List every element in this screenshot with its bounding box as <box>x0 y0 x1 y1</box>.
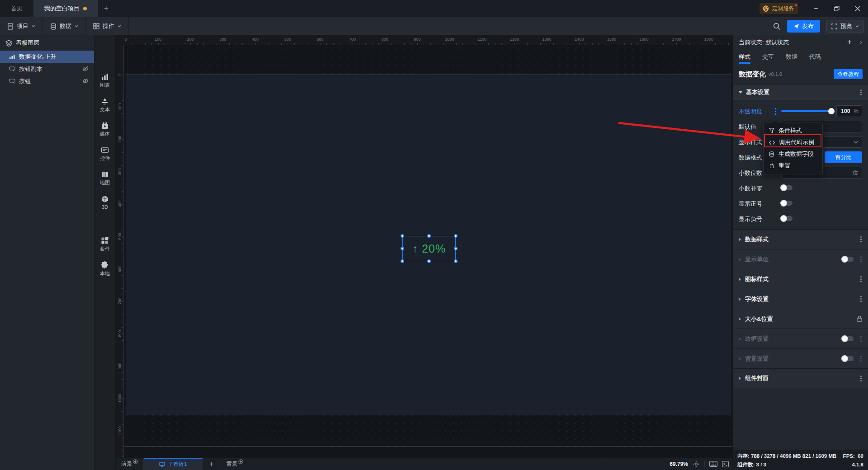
new-tab-button[interactable]: + <box>98 0 115 17</box>
maximize-button[interactable] <box>826 0 847 17</box>
ruler-left-label: 1000 <box>118 394 122 403</box>
section-basic-settings[interactable]: 基本设置 <box>733 84 868 100</box>
view-tutorial-button[interactable]: 查看教程 <box>834 69 863 79</box>
section-data-style[interactable]: 数据样式 <box>733 229 868 249</box>
section-more-icon[interactable] <box>860 255 862 263</box>
asset-category-media[interactable]: 媒体 <box>94 122 115 137</box>
section-more-icon[interactable] <box>860 235 862 243</box>
ruler-left-label: 600 <box>118 265 122 272</box>
border-toggle[interactable] <box>842 336 854 341</box>
asset-category-3d[interactable]: 3D <box>94 195 115 210</box>
minimize-button[interactable] <box>806 0 826 17</box>
section-border-settings[interactable]: 边框设置 <box>733 329 868 348</box>
ruler-left-label: 0 <box>118 73 122 75</box>
resize-handle-sw[interactable] <box>401 259 404 263</box>
tab-style[interactable]: 样式 <box>739 50 750 64</box>
opacity-slider[interactable] <box>781 110 834 112</box>
section-icon-style[interactable]: 图标样式 <box>733 269 868 289</box>
tab-home[interactable]: 首页 <box>0 0 33 17</box>
tab-sub-board-1[interactable]: 子看板1 <box>144 458 203 470</box>
section-background-settings[interactable]: 背景设置 <box>733 348 868 368</box>
resize-handle-n[interactable] <box>427 234 431 238</box>
ruler-top-label: 1100 <box>478 37 486 42</box>
slider-thumb[interactable] <box>828 108 835 114</box>
tab-interaction[interactable]: 交互 <box>762 50 774 64</box>
background-toggle[interactable] <box>842 356 854 361</box>
decimal-places-unit: 位 <box>853 169 858 177</box>
section-size-position[interactable]: 大小&位置 <box>733 309 868 329</box>
tab-code[interactable]: 代码 <box>809 50 821 64</box>
show-plus-toggle[interactable] <box>781 201 793 206</box>
opacity-row: 不透明度 100 % <box>733 103 868 119</box>
menu-data-label: 数据 <box>60 22 71 30</box>
console-icon[interactable] <box>722 461 729 467</box>
menu-item-code-example[interactable]: 调用代码示例 <box>764 136 822 148</box>
menu-item-generate-field[interactable]: 生成数据字段 <box>764 148 822 160</box>
publish-button[interactable]: 发布 <box>787 20 820 33</box>
asset-category-kits[interactable]: 套件 <box>94 237 115 252</box>
section-display-unit[interactable]: 显示单位 <box>733 249 868 269</box>
menu-item-reset[interactable]: 重置 <box>764 160 822 172</box>
format-percent-button[interactable]: 百分比 <box>825 151 862 163</box>
ruler-top: 0100200300400500600700800900100011001200… <box>124 35 732 45</box>
keyboard-icon[interactable] <box>709 461 717 467</box>
menu-operations[interactable]: 操作 <box>86 17 129 35</box>
asset-category-controls[interactable]: 控件 <box>94 146 115 162</box>
resize-handle-se[interactable] <box>454 259 458 263</box>
opacity-options-button[interactable] <box>772 106 779 117</box>
fit-screen-icon[interactable] <box>693 461 700 468</box>
restore-icon <box>834 6 840 11</box>
section-more-icon[interactable] <box>860 355 862 362</box>
ruler-top-label: 700 <box>349 37 356 42</box>
visibility-off-icon[interactable] <box>82 66 89 72</box>
section-font-settings[interactable]: 字体设置 <box>733 289 868 309</box>
section-more-icon[interactable] <box>860 275 862 283</box>
resize-handle-ne[interactable] <box>454 234 458 238</box>
background-button[interactable]: 背景 <box>221 458 249 470</box>
show-minus-toggle[interactable] <box>781 216 793 221</box>
tab-current-project[interactable]: 我的空白项目 <box>33 0 98 17</box>
lock-icon[interactable] <box>857 315 862 322</box>
asset-category-label: 媒体 <box>94 131 115 137</box>
menu-item-condition-style[interactable]: 条件样式 <box>764 125 822 136</box>
preview-button[interactable]: 预览 <box>826 20 864 33</box>
display-unit-toggle[interactable] <box>842 257 854 262</box>
asset-category-text[interactable]: 文本 <box>94 98 115 113</box>
layer-item-data-change[interactable]: 数据变化-上升 <box>0 51 94 63</box>
preview-label: 预览 <box>840 22 852 30</box>
expand-states-icon[interactable]: › <box>860 38 862 46</box>
menu-project[interactable]: 项目 <box>0 17 43 35</box>
add-state-button[interactable]: + <box>847 38 852 47</box>
add-board-button[interactable]: + <box>203 458 221 470</box>
selected-widget-data-change[interactable]: ↑ 20% <box>402 236 456 261</box>
custom-service-button[interactable]: 定制服务 <box>760 3 798 14</box>
close-button[interactable] <box>847 0 868 17</box>
resize-handle-s[interactable] <box>427 259 431 263</box>
layer-item-button[interactable]: 按钮 <box>0 75 94 87</box>
resize-handle-e[interactable] <box>454 247 458 250</box>
visibility-off-icon[interactable] <box>82 78 89 84</box>
show-minus-row: 显示负号 <box>733 211 868 226</box>
widget-value-text: ↑ 20% <box>412 242 446 255</box>
cube-3d-icon <box>101 195 109 203</box>
asset-category-local[interactable]: 本地 <box>94 261 115 277</box>
layer-item-button-copy[interactable]: 按钮副本 <box>0 63 94 75</box>
section-more-icon[interactable] <box>860 89 862 96</box>
section-more-icon[interactable] <box>860 335 862 343</box>
resize-handle-w[interactable] <box>401 247 404 250</box>
fullscreen-frame-icon <box>831 24 837 29</box>
foreground-button[interactable]: 前景 <box>116 458 143 470</box>
section-more-icon[interactable] <box>860 295 862 303</box>
search-icon[interactable] <box>773 23 781 30</box>
resize-handle-nw[interactable] <box>401 234 404 238</box>
section-more-icon[interactable] <box>860 375 862 382</box>
tab-data[interactable]: 数据 <box>786 50 797 64</box>
section-component-cover[interactable]: 组件封面 <box>733 368 868 388</box>
pad-zero-toggle[interactable] <box>781 185 793 190</box>
ruler-top-label: 1400 <box>575 37 584 42</box>
opacity-value-box[interactable]: 100 % <box>836 105 862 117</box>
board-tabs-bar: 前景 子看板1 + 背景 69.79% <box>116 457 732 470</box>
asset-category-map[interactable]: 地图 <box>94 171 115 186</box>
asset-category-charts[interactable]: 图表 <box>94 73 115 89</box>
menu-data[interactable]: 数据 <box>43 17 86 35</box>
